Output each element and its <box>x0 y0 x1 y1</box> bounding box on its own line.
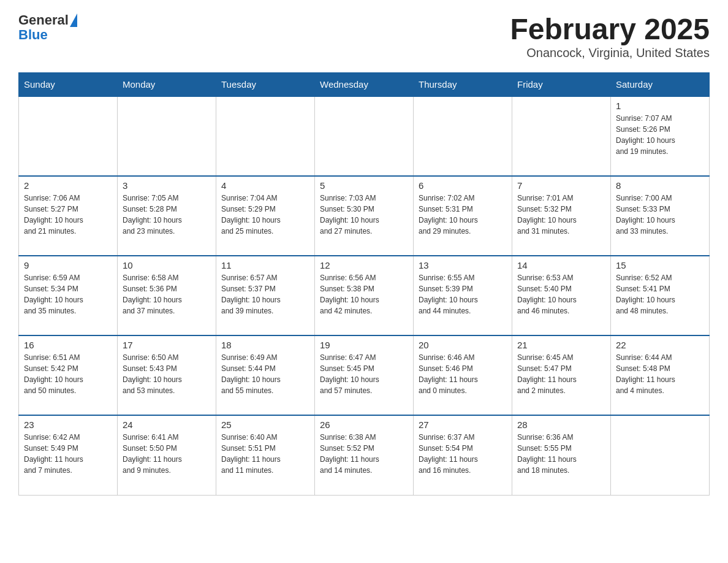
day-info: Sunrise: 6:44 AM Sunset: 5:48 PM Dayligh… <box>616 352 704 396</box>
weekday-header-friday: Friday <box>512 73 611 97</box>
weekday-header-saturday: Saturday <box>611 73 710 97</box>
day-info: Sunrise: 6:59 AM Sunset: 5:34 PM Dayligh… <box>24 272 112 316</box>
day-info: Sunrise: 7:01 AM Sunset: 5:32 PM Dayligh… <box>517 193 605 237</box>
weekday-header-wednesday: Wednesday <box>315 73 414 97</box>
day-number: 5 <box>320 180 408 191</box>
day-info: Sunrise: 7:03 AM Sunset: 5:30 PM Dayligh… <box>320 193 408 237</box>
calendar-cell: 1Sunrise: 7:07 AM Sunset: 5:26 PM Daylig… <box>611 96 710 176</box>
day-number: 1 <box>616 101 704 111</box>
day-number: 8 <box>616 180 704 191</box>
calendar-cell: 4Sunrise: 7:04 AM Sunset: 5:29 PM Daylig… <box>216 176 315 256</box>
calendar-cell: 15Sunrise: 6:52 AM Sunset: 5:41 PM Dayli… <box>611 256 710 335</box>
day-info: Sunrise: 6:40 AM Sunset: 5:51 PM Dayligh… <box>221 432 309 476</box>
day-number: 11 <box>221 260 309 270</box>
calendar-cell: 20Sunrise: 6:46 AM Sunset: 5:46 PM Dayli… <box>414 335 512 415</box>
day-number: 27 <box>419 419 507 430</box>
calendar-cell: 24Sunrise: 6:41 AM Sunset: 5:50 PM Dayli… <box>118 415 216 495</box>
day-number: 12 <box>320 260 408 270</box>
day-info: Sunrise: 6:56 AM Sunset: 5:38 PM Dayligh… <box>320 272 408 316</box>
calendar-cell: 27Sunrise: 6:37 AM Sunset: 5:54 PM Dayli… <box>414 415 512 495</box>
title-block: February 2025 Onancock, Virginia, United… <box>510 12 710 60</box>
day-info: Sunrise: 6:58 AM Sunset: 5:36 PM Dayligh… <box>123 272 211 316</box>
day-number: 6 <box>419 180 507 191</box>
calendar-cell: 10Sunrise: 6:58 AM Sunset: 5:36 PM Dayli… <box>118 256 216 335</box>
logo: General Blue <box>18 12 77 43</box>
day-number: 22 <box>616 340 704 350</box>
calendar-cell: 22Sunrise: 6:44 AM Sunset: 5:48 PM Dayli… <box>611 335 710 415</box>
calendar-cell: 6Sunrise: 7:02 AM Sunset: 5:31 PM Daylig… <box>414 176 512 256</box>
day-info: Sunrise: 6:49 AM Sunset: 5:44 PM Dayligh… <box>221 352 309 396</box>
calendar-cell: 23Sunrise: 6:42 AM Sunset: 5:49 PM Dayli… <box>19 415 118 495</box>
month-title: February 2025 <box>510 12 710 46</box>
day-info: Sunrise: 6:53 AM Sunset: 5:40 PM Dayligh… <box>517 272 605 316</box>
calendar-cell: 2Sunrise: 7:06 AM Sunset: 5:27 PM Daylig… <box>19 176 118 256</box>
calendar-table: SundayMondayTuesdayWednesdayThursdayFrid… <box>18 72 710 496</box>
calendar-cell: 17Sunrise: 6:50 AM Sunset: 5:43 PM Dayli… <box>118 335 216 415</box>
weekday-header-sunday: Sunday <box>19 73 118 97</box>
calendar-cell <box>216 96 315 176</box>
location-text: Onancock, Virginia, United States <box>510 46 710 60</box>
calendar-week-row: 16Sunrise: 6:51 AM Sunset: 5:42 PM Dayli… <box>19 335 710 415</box>
calendar-cell: 13Sunrise: 6:55 AM Sunset: 5:39 PM Dayli… <box>414 256 512 335</box>
calendar-cell: 18Sunrise: 6:49 AM Sunset: 5:44 PM Dayli… <box>216 335 315 415</box>
day-number: 17 <box>123 340 211 350</box>
day-number: 16 <box>24 340 112 350</box>
calendar-cell <box>118 96 216 176</box>
weekday-header-monday: Monday <box>118 73 216 97</box>
day-number: 10 <box>123 260 211 270</box>
calendar-cell: 28Sunrise: 6:36 AM Sunset: 5:55 PM Dayli… <box>512 415 611 495</box>
day-info: Sunrise: 7:00 AM Sunset: 5:33 PM Dayligh… <box>616 193 704 237</box>
day-number: 23 <box>24 419 112 430</box>
day-info: Sunrise: 6:52 AM Sunset: 5:41 PM Dayligh… <box>616 272 704 316</box>
calendar-cell <box>611 415 710 495</box>
day-info: Sunrise: 6:36 AM Sunset: 5:55 PM Dayligh… <box>517 432 605 476</box>
calendar-cell: 9Sunrise: 6:59 AM Sunset: 5:34 PM Daylig… <box>19 256 118 335</box>
calendar-cell <box>414 96 512 176</box>
day-info: Sunrise: 7:06 AM Sunset: 5:27 PM Dayligh… <box>24 193 112 237</box>
weekday-header-tuesday: Tuesday <box>216 73 315 97</box>
day-info: Sunrise: 6:46 AM Sunset: 5:46 PM Dayligh… <box>419 352 507 396</box>
day-number: 14 <box>517 260 605 270</box>
calendar-cell: 16Sunrise: 6:51 AM Sunset: 5:42 PM Dayli… <box>19 335 118 415</box>
day-number: 21 <box>517 340 605 350</box>
weekday-header-row: SundayMondayTuesdayWednesdayThursdayFrid… <box>19 73 710 97</box>
calendar-cell: 11Sunrise: 6:57 AM Sunset: 5:37 PM Dayli… <box>216 256 315 335</box>
day-number: 4 <box>221 180 309 191</box>
calendar-cell: 26Sunrise: 6:38 AM Sunset: 5:52 PM Dayli… <box>315 415 414 495</box>
day-number: 25 <box>221 419 309 430</box>
calendar-cell: 19Sunrise: 6:47 AM Sunset: 5:45 PM Dayli… <box>315 335 414 415</box>
day-number: 28 <box>517 419 605 430</box>
day-info: Sunrise: 7:05 AM Sunset: 5:28 PM Dayligh… <box>123 193 211 237</box>
day-number: 18 <box>221 340 309 350</box>
calendar-cell: 5Sunrise: 7:03 AM Sunset: 5:30 PM Daylig… <box>315 176 414 256</box>
day-number: 26 <box>320 419 408 430</box>
day-number: 2 <box>24 180 112 191</box>
calendar-week-row: 2Sunrise: 7:06 AM Sunset: 5:27 PM Daylig… <box>19 176 710 256</box>
day-info: Sunrise: 7:07 AM Sunset: 5:26 PM Dayligh… <box>616 113 704 157</box>
calendar-cell: 7Sunrise: 7:01 AM Sunset: 5:32 PM Daylig… <box>512 176 611 256</box>
calendar-week-row: 9Sunrise: 6:59 AM Sunset: 5:34 PM Daylig… <box>19 256 710 335</box>
day-info: Sunrise: 6:42 AM Sunset: 5:49 PM Dayligh… <box>24 432 112 476</box>
day-number: 24 <box>123 419 211 430</box>
day-number: 15 <box>616 260 704 270</box>
day-info: Sunrise: 6:37 AM Sunset: 5:54 PM Dayligh… <box>419 432 507 476</box>
calendar-cell <box>512 96 611 176</box>
day-info: Sunrise: 7:02 AM Sunset: 5:31 PM Dayligh… <box>419 193 507 237</box>
day-info: Sunrise: 6:50 AM Sunset: 5:43 PM Dayligh… <box>123 352 211 396</box>
day-info: Sunrise: 6:57 AM Sunset: 5:37 PM Dayligh… <box>221 272 309 316</box>
calendar-cell: 14Sunrise: 6:53 AM Sunset: 5:40 PM Dayli… <box>512 256 611 335</box>
day-number: 19 <box>320 340 408 350</box>
calendar-cell: 8Sunrise: 7:00 AM Sunset: 5:33 PM Daylig… <box>611 176 710 256</box>
calendar-cell: 3Sunrise: 7:05 AM Sunset: 5:28 PM Daylig… <box>118 176 216 256</box>
day-info: Sunrise: 7:04 AM Sunset: 5:29 PM Dayligh… <box>221 193 309 237</box>
day-info: Sunrise: 6:55 AM Sunset: 5:39 PM Dayligh… <box>419 272 507 316</box>
day-number: 9 <box>24 260 112 270</box>
calendar-week-row: 1Sunrise: 7:07 AM Sunset: 5:26 PM Daylig… <box>19 96 710 176</box>
day-info: Sunrise: 6:51 AM Sunset: 5:42 PM Dayligh… <box>24 352 112 396</box>
calendar-cell: 12Sunrise: 6:56 AM Sunset: 5:38 PM Dayli… <box>315 256 414 335</box>
day-info: Sunrise: 6:38 AM Sunset: 5:52 PM Dayligh… <box>320 432 408 476</box>
calendar-cell: 25Sunrise: 6:40 AM Sunset: 5:51 PM Dayli… <box>216 415 315 495</box>
day-info: Sunrise: 6:47 AM Sunset: 5:45 PM Dayligh… <box>320 352 408 396</box>
day-number: 20 <box>419 340 507 350</box>
weekday-header-thursday: Thursday <box>414 73 512 97</box>
